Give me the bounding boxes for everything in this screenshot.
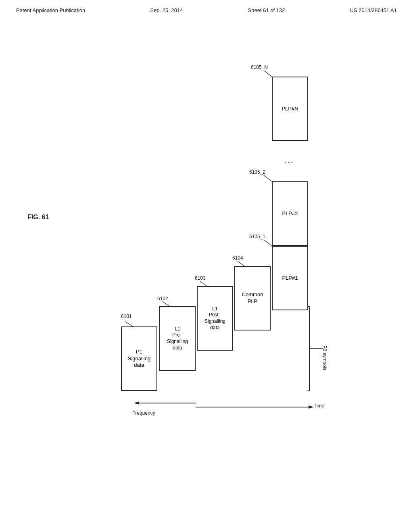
header-left: Patent Application Publication [16, 7, 85, 13]
svg-line-8 [125, 322, 133, 326]
block-6101-label: P1Signallingdata [128, 349, 150, 369]
svg-line-12 [264, 240, 272, 246]
ref-6105-1: 6105_1 [249, 234, 265, 239]
ref-6102: 6102 [157, 296, 168, 301]
diagram-area: P1Signallingdata L1Pre–Signallingdata L1… [121, 56, 355, 492]
block-6105-n-label: PLP#N [282, 106, 298, 112]
ref-6105-2: 6105_2 [249, 169, 265, 175]
header-right: US 2014/286451 A1 [350, 7, 397, 13]
ref-6104: 6104 [232, 255, 243, 261]
block-6101: P1Signallingdata [121, 326, 157, 391]
time-label: Time [314, 403, 324, 409]
ref-6103: 6103 [195, 275, 206, 281]
svg-line-13 [264, 175, 272, 181]
block-6104: CommonPLP [234, 266, 271, 330]
svg-line-11 [238, 261, 244, 266]
ref-6105-n: 6105_N [251, 64, 268, 70]
block-6105-1: PLP#1 [272, 246, 308, 310]
frequency-label: Frequency [132, 410, 155, 416]
p2-symbols-label: P2 symbols [322, 345, 327, 370]
svg-marker-7 [309, 405, 314, 409]
svg-line-10 [200, 281, 207, 286]
svg-marker-5 [134, 401, 139, 405]
block-6105-n: PLP#N [272, 77, 308, 141]
block-6105-2-label: PLP#2 [282, 210, 298, 217]
page-header: Patent Application Publication Sep. 25, … [0, 0, 413, 17]
svg-line-14 [264, 71, 272, 77]
block-6103: L1Post–Signallingdata [197, 286, 233, 351]
svg-line-9 [163, 301, 169, 306]
header-center: Sep. 25, 2014 [150, 7, 183, 13]
block-6102-label: L1Pre–Signallingdata [167, 326, 188, 351]
block-6105-1-label: PLP#1 [282, 275, 298, 282]
dots-separator: ... [284, 156, 294, 165]
block-6102: L1Pre–Signallingdata [159, 306, 196, 371]
ref-6101: 6101 [121, 314, 132, 319]
block-6103-label: L1Post–Signallingdata [204, 306, 225, 331]
figure-label: FIG. 61 [27, 214, 49, 221]
header-sheet: Sheet 61 of 132 [248, 7, 285, 13]
block-6104-label: CommonPLP [242, 291, 263, 305]
block-6105-2: PLP#2 [272, 181, 308, 246]
